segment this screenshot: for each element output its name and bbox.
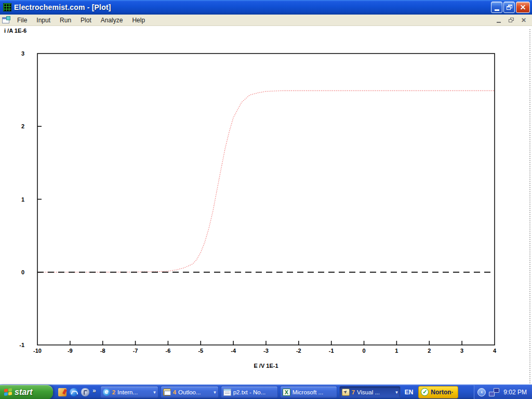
y-tick-label: 0 bbox=[21, 269, 24, 275]
desktop-screen: Electrochemist.com - [Plot] ✕ File Input… bbox=[0, 0, 532, 399]
taskbar-button-label: Visual ... bbox=[357, 389, 380, 395]
plot-client-area: -10-9-8-7-6-5-4-3-2-101234-10123i /A 1E-… bbox=[0, 26, 532, 384]
window-count-badge: 7 bbox=[352, 389, 355, 395]
taskbar-button-visual-group[interactable]: 7 Visual ... ▾ bbox=[339, 386, 401, 398]
app-plot-icon bbox=[3, 3, 11, 11]
menu-plot[interactable]: Plot bbox=[76, 15, 96, 25]
task-buttons: 2 Intern... ▾ 4 Outloo... ▾ p2.txt - No.… bbox=[100, 386, 401, 398]
x-tick-label: 0 bbox=[363, 348, 366, 354]
x-tick-label: -9 bbox=[68, 348, 73, 354]
language-indicator[interactable]: EN bbox=[401, 389, 418, 396]
x-tick-label: 2 bbox=[428, 348, 431, 354]
x-axis-title: E /V 1E-1 bbox=[254, 363, 278, 369]
excel-icon bbox=[283, 389, 290, 396]
taskbar-button-label: Outloo... bbox=[178, 389, 201, 395]
start-button-label: start bbox=[15, 388, 33, 397]
taskbar-clock: 9:02 PM bbox=[502, 389, 527, 396]
minimize-button[interactable] bbox=[491, 2, 502, 13]
taskbar-button-label: Microsoft ... bbox=[292, 389, 323, 395]
norton-label: Norton· bbox=[431, 389, 453, 396]
chevron-down-icon[interactable]: ▾ bbox=[395, 390, 398, 395]
plot-frame bbox=[37, 54, 495, 345]
close-button[interactable]: ✕ bbox=[516, 2, 530, 13]
y-axis-title: i /A 1E-6 bbox=[4, 28, 26, 34]
menubar: File Input Run Plot Analyze Help ✕ bbox=[0, 15, 532, 26]
y-tick-label: -1 bbox=[19, 342, 24, 348]
plot-canvas: -10-9-8-7-6-5-4-3-2-101234-10123i /A 1E-… bbox=[0, 26, 532, 384]
mdi-close-button[interactable]: ✕ bbox=[520, 17, 528, 24]
notepad-icon bbox=[223, 389, 231, 396]
menu-analyze[interactable]: Analyze bbox=[96, 15, 128, 25]
menu-input[interactable]: Input bbox=[32, 15, 55, 25]
mdi-close-icon: ✕ bbox=[521, 17, 526, 23]
internet-explorer-icon bbox=[103, 389, 110, 396]
restore-button[interactable] bbox=[503, 2, 515, 13]
mdi-restore-button[interactable] bbox=[507, 17, 515, 24]
show-desktop-icon[interactable] bbox=[58, 388, 66, 396]
mdi-child-icon[interactable] bbox=[2, 17, 9, 23]
minimize-icon bbox=[495, 9, 499, 11]
chevron-down-icon[interactable]: ▾ bbox=[153, 390, 156, 395]
system-tray: ‹ 9:02 PM bbox=[474, 385, 532, 399]
norton-check-circle: ✓ bbox=[421, 388, 429, 396]
window-controls: ✕ bbox=[491, 2, 530, 13]
browser-icon[interactable] bbox=[70, 388, 78, 396]
x-tick-label: -3 bbox=[263, 348, 269, 354]
taskbar-button-outlook-group[interactable]: 4 Outloo... ▾ bbox=[161, 386, 219, 398]
window-resize-edge bbox=[529, 29, 530, 383]
taskbar-button-excel[interactable]: Microsoft ... bbox=[280, 386, 337, 398]
voltammogram-curve bbox=[37, 91, 495, 272]
quick-launch-bar: » bbox=[53, 387, 100, 397]
x-tick-label: -10 bbox=[33, 348, 42, 354]
x-tick-label: -8 bbox=[100, 348, 105, 354]
start-button[interactable]: start bbox=[0, 385, 53, 399]
mdi-minimize-button[interactable] bbox=[495, 17, 503, 24]
y-tick-label: 1 bbox=[21, 196, 24, 203]
x-tick-label: -7 bbox=[133, 348, 138, 354]
quick-launch-overflow-chevron[interactable]: » bbox=[92, 387, 97, 397]
window-title: Electrochemist.com - [Plot] bbox=[14, 3, 111, 11]
menu-help[interactable]: Help bbox=[127, 15, 150, 25]
x-tick-label: 4 bbox=[493, 348, 497, 354]
network-icon[interactable] bbox=[489, 388, 499, 396]
norton-badge[interactable]: ✓ Norton· bbox=[418, 386, 458, 398]
x-tick-label: 3 bbox=[460, 348, 463, 354]
y-tick-label: 2 bbox=[21, 123, 24, 129]
window-count-badge: 4 bbox=[173, 389, 176, 395]
visual-basic-icon bbox=[342, 389, 350, 396]
close-icon: ✕ bbox=[520, 4, 526, 11]
taskbar: start » 2 Intern... ▾ 4 Outloo... ▾ bbox=[0, 384, 532, 399]
outlook-icon bbox=[163, 389, 171, 396]
menu-run[interactable]: Run bbox=[55, 15, 76, 25]
window-titlebar: Electrochemist.com - [Plot] ✕ bbox=[0, 0, 532, 15]
x-tick-label: -5 bbox=[198, 348, 203, 354]
restore-icon bbox=[507, 5, 512, 10]
window-count-badge: 2 bbox=[112, 389, 115, 395]
x-tick-label: -2 bbox=[296, 348, 301, 354]
taskbar-button-notepad[interactable]: p2.txt - No... bbox=[221, 386, 278, 398]
menu-file[interactable]: File bbox=[12, 15, 32, 25]
x-tick-label: 1 bbox=[395, 348, 398, 354]
windows-flag-icon bbox=[4, 388, 12, 396]
tray-collapse-chevron[interactable]: ‹ bbox=[477, 388, 486, 396]
taskbar-button-label: Intern... bbox=[117, 389, 138, 395]
x-tick-label: -6 bbox=[166, 348, 171, 354]
mdi-restore-icon bbox=[509, 18, 514, 22]
check-icon: ✓ bbox=[422, 389, 427, 395]
taskbar-button-label: p2.txt - No... bbox=[233, 389, 266, 395]
media-player-icon[interactable] bbox=[81, 388, 89, 396]
mdi-minimize-icon bbox=[497, 22, 501, 23]
taskbar-button-internet-group[interactable]: 2 Intern... ▾ bbox=[100, 386, 158, 398]
mdi-window-controls: ✕ bbox=[495, 17, 532, 24]
x-tick-label: -4 bbox=[231, 348, 236, 354]
x-tick-label: -1 bbox=[329, 348, 334, 354]
chevron-down-icon[interactable]: ▾ bbox=[214, 390, 216, 395]
y-tick-label: 3 bbox=[21, 50, 24, 57]
